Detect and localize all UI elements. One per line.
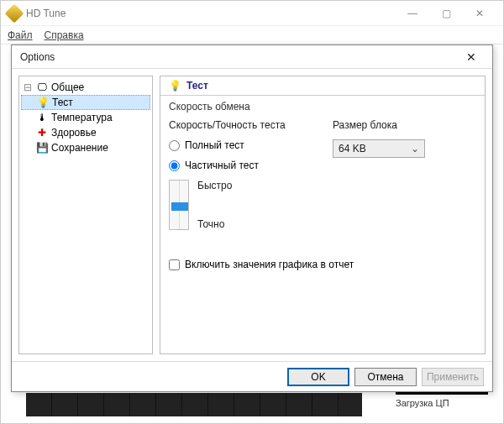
app-icon [5, 3, 24, 23]
slider-accurate-label: Точно [197, 218, 232, 230]
cpu-label: Загрузка ЦП [396, 398, 488, 408]
options-tree: ⊟ 🖵 Общее 💡 Тест 🌡 Температура ✚ [18, 76, 153, 354]
bulb-icon: 💡 [37, 97, 49, 108]
tree-item-temperature[interactable]: 🌡 Температура [21, 110, 150, 125]
close-button[interactable]: ✕ [463, 2, 496, 25]
slider-fast-label: Быстро [197, 180, 232, 191]
menu-file[interactable]: Файл [8, 29, 33, 41]
background-cpu: Загрузка ЦП [396, 388, 488, 416]
cancel-button[interactable]: Отмена [354, 368, 417, 386]
minimize-button[interactable]: — [396, 2, 429, 25]
floppy-icon: 💾 [36, 142, 48, 154]
dialog-close-button[interactable]: ✕ [459, 50, 484, 64]
thermometer-icon: 🌡 [36, 112, 48, 123]
radio-full-test[interactable]: Полный тест [169, 139, 312, 151]
apply-button[interactable]: Применить [422, 368, 484, 386]
bulb-icon: 💡 [169, 80, 181, 92]
test-panel: 💡 Тест Скорость обмена Скорость/Точность… [160, 76, 486, 354]
chevron-down-icon: ⌄ [411, 143, 419, 154]
dialog-button-row: OK Отмена Применить [12, 361, 492, 391]
dialog-titlebar: Options ✕ [12, 45, 492, 69]
maximize-button[interactable]: ▢ [429, 2, 463, 25]
section-label: Скорость обмена [169, 101, 476, 113]
monitor-icon: 🖵 [36, 81, 48, 93]
speed-slider[interactable] [169, 180, 189, 230]
app-title: HD Tune [26, 8, 66, 19]
titlebar: HD Tune — ▢ ✕ [1, 1, 503, 26]
red-cross-icon: ✚ [36, 127, 48, 139]
options-dialog: Options ✕ ⊟ 🖵 Общее 💡 Тест 🌡 Температ [11, 44, 493, 392]
radio-partial-test[interactable]: Частичный тест [169, 160, 312, 171]
ok-button[interactable]: OK [287, 368, 349, 386]
speed-accuracy-label: Скорость/Точность теста [169, 119, 312, 131]
panel-title: Тест [186, 80, 208, 92]
include-graph-checkbox[interactable]: Включить значения графика в отчет [169, 259, 476, 270]
blocksize-select[interactable]: 64 KB ⌄ [333, 139, 425, 158]
main-window: HD Tune — ▢ ✕ Файл Справка Загрузка ЦП B… [0, 0, 504, 424]
radio-partial-input[interactable] [169, 160, 180, 171]
radio-full-input[interactable] [169, 140, 180, 151]
menubar: Файл Справка [1, 26, 503, 44]
tree-item-save[interactable]: 💾 Сохранение [21, 140, 150, 155]
background-chart [26, 393, 362, 416]
tree-item-health[interactable]: ✚ Здоровье [21, 125, 150, 140]
include-graph-input[interactable] [169, 259, 180, 270]
menu-help[interactable]: Справка [45, 29, 84, 41]
blocksize-label: Размер блока [333, 119, 476, 131]
tree-item-test[interactable]: 💡 Тест [21, 95, 150, 110]
tree-item-general[interactable]: ⊟ 🖵 Общее [21, 80, 150, 95]
slider-thumb[interactable] [171, 202, 188, 211]
dialog-title: Options [20, 51, 55, 63]
